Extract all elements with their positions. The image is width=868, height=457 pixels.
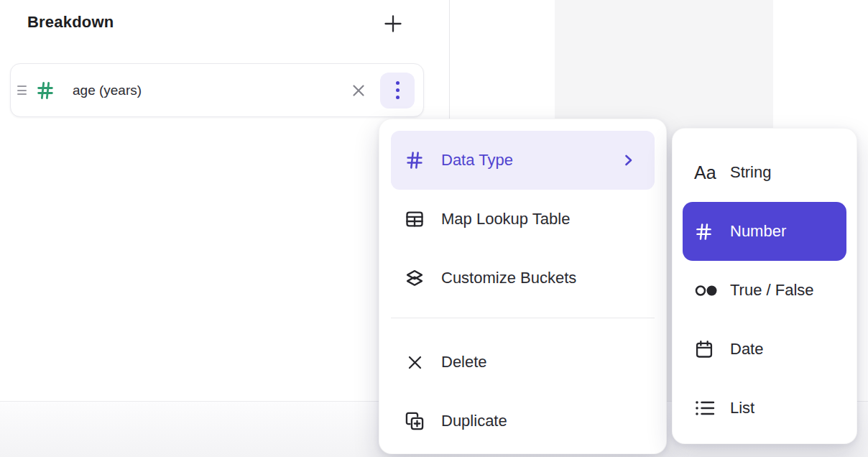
menu-item-map-lookup-table[interactable]: Map Lookup Table: [391, 190, 655, 249]
breakdown-panel-screen: Breakdown age (years): [0, 0, 868, 457]
plus-icon: [382, 13, 404, 34]
submenu-item-true-false[interactable]: True / False: [683, 261, 846, 320]
menu-item-label: Map Lookup Table: [441, 210, 570, 228]
submenu-item-label: List: [730, 399, 754, 417]
breakdown-field-card: age (years): [10, 63, 424, 117]
number-hash-icon: [35, 80, 55, 101]
menu-item-label: Data Type: [441, 151, 513, 170]
close-icon: [350, 82, 367, 99]
submenu-item-label: True / False: [730, 281, 814, 300]
calendar-icon: [694, 339, 720, 359]
menu-divider: [391, 318, 655, 318]
submenu-item-date[interactable]: Date: [683, 320, 846, 379]
copy-plus-icon: [404, 411, 425, 431]
drag-handle-icon[interactable]: [17, 86, 27, 95]
menu-item-customize-buckets[interactable]: Customize Buckets: [391, 249, 655, 308]
field-context-menu: Data Type Map Lookup Table Customiz: [379, 119, 667, 454]
submenu-item-label: String: [730, 163, 771, 182]
table-icon: [404, 209, 425, 229]
submenu-item-number[interactable]: Number: [683, 202, 846, 261]
menu-item-duplicate[interactable]: Duplicate: [391, 392, 655, 451]
layers-icon: [404, 268, 425, 288]
menu-item-label: Duplicate: [441, 412, 507, 430]
data-type-submenu: Aa String Number True / False: [672, 128, 857, 444]
list-icon: [694, 399, 720, 417]
string-aa-icon: Aa: [694, 164, 720, 182]
toggle-circles-icon: [694, 281, 720, 300]
kebab-menu-icon: [396, 81, 400, 99]
chevron-right-icon: [619, 151, 637, 170]
hash-icon: [694, 222, 720, 241]
submenu-item-string[interactable]: Aa String: [683, 143, 846, 202]
remove-field-button[interactable]: [350, 82, 367, 99]
field-options-button[interactable]: [380, 73, 415, 109]
menu-item-label: Delete: [441, 353, 487, 371]
page-title: Breakdown: [27, 13, 114, 32]
menu-item-delete[interactable]: Delete: [391, 333, 655, 392]
field-label: age (years): [73, 83, 142, 98]
submenu-item-label: Date: [730, 340, 763, 359]
x-icon: [404, 353, 425, 372]
menu-item-data-type[interactable]: Data Type: [391, 131, 655, 190]
add-breakdown-button[interactable]: [381, 11, 405, 36]
menu-item-label: Customize Buckets: [441, 269, 576, 287]
submenu-item-label: Number: [730, 222, 786, 241]
submenu-item-list[interactable]: List: [683, 379, 846, 438]
number-hash-icon: [404, 150, 425, 170]
aa-glyph: Aa: [694, 164, 716, 182]
